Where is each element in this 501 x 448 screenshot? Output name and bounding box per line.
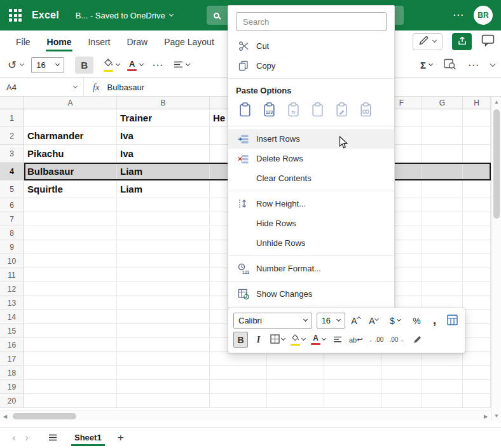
cell-A8[interactable] [24,226,117,240]
paste-link-icon[interactable] [357,100,375,119]
cell-G8[interactable] [422,226,463,240]
font-size-select[interactable]: 16 [31,57,64,73]
cell-H9[interactable] [463,240,491,254]
row-header-20[interactable]: 20 [0,394,24,408]
autosum-button[interactable]: Σ [420,60,432,71]
scroll-down-icon[interactable]: ▼ [491,411,501,421]
row-header-13[interactable]: 13 [0,296,24,310]
next-sheet-icon[interactable]: › [20,431,33,444]
mini-bold-button[interactable]: B [233,332,248,348]
paste-icon[interactable] [236,100,254,119]
cell-B18[interactable] [117,366,210,380]
cell-C20[interactable] [210,394,267,408]
cell-A17[interactable] [24,352,117,366]
fill-color-button[interactable] [104,58,120,72]
topbar-more-options-icon[interactable]: ⋯ [453,8,464,22]
cell-A9[interactable] [24,240,117,254]
row-header-12[interactable]: 12 [0,282,24,296]
row-header-7[interactable]: 7 [0,212,24,226]
cell-A15[interactable] [24,324,117,338]
paste-values-icon[interactable]: 123 [260,100,278,119]
cell-G18[interactable] [422,366,463,380]
cell-G19[interactable] [422,380,463,394]
scroll-left-icon[interactable]: ◀ [0,411,10,421]
formula-input[interactable]: Bulbasaur [107,83,144,92]
row-header-1[interactable]: 1 [0,109,24,127]
cell-B15[interactable] [117,324,210,338]
row-header-8[interactable]: 8 [0,226,24,240]
cell-G11[interactable] [422,268,463,282]
menu-item-delete-rows[interactable]: Delete Rows [228,149,394,168]
sheet-tab-sheet1[interactable]: Sheet1 [71,430,105,446]
row-header-5[interactable]: 5 [0,180,24,198]
toolbar-more-button[interactable]: ⋯ [152,58,163,72]
cell-G2[interactable] [422,127,463,145]
share-button[interactable] [452,33,472,50]
prev-sheet-icon[interactable]: ‹ [8,431,20,444]
cell-B4[interactable]: Liam [117,163,210,180]
cell-G12[interactable] [422,282,463,296]
cell-A3[interactable]: Pikachu [24,145,117,163]
cell-G9[interactable] [422,240,463,254]
cell-G3[interactable] [422,145,463,163]
cell-A2[interactable]: Charmander [24,127,117,145]
mini-align-button[interactable] [330,332,345,348]
menu-item-cut[interactable]: Cut [228,36,394,56]
menu-item-hide-rows[interactable]: Hide Rows [228,214,394,233]
avatar[interactable]: BR [474,6,493,25]
vertical-scroll-thumb[interactable] [493,109,500,219]
row-header-14[interactable]: 14 [0,310,24,324]
comments-button[interactable] [481,34,495,49]
cell-H15[interactable] [463,324,491,338]
cell-H16[interactable] [463,338,491,352]
borders-button[interactable] [269,332,286,348]
font-color-button[interactable]: A [127,60,143,71]
cell-H10[interactable] [463,254,491,268]
cell-B5[interactable]: Liam [117,180,210,198]
cell-G6[interactable] [422,198,463,212]
menu-item-show-changes[interactable]: Show Changes [228,284,394,304]
all-sheets-button[interactable] [48,432,57,444]
paste-formatting-icon[interactable] [333,100,351,119]
menu-item-number-format[interactable]: 123Number Format... [228,259,394,278]
cell-H8[interactable] [463,226,491,240]
cell-A11[interactable] [24,268,117,282]
cell-H14[interactable] [463,310,491,324]
cell-A20[interactable] [24,394,117,408]
row-header-9[interactable]: 9 [0,240,24,254]
cell-A18[interactable] [24,366,117,380]
decrease-decimal-button[interactable]: .00→ [388,332,406,348]
cell-H19[interactable] [463,380,491,394]
mini-fill-color-button[interactable] [289,332,306,348]
col-header-A[interactable]: A [24,97,117,109]
cell-H7[interactable] [463,212,491,226]
menu-item-copy[interactable]: Copy [228,56,394,76]
grow-font-button[interactable]: A [348,313,363,329]
row-header-19[interactable]: 19 [0,380,24,394]
cell-H12[interactable] [463,282,491,296]
collapse-ribbon-icon[interactable] [490,61,495,66]
scroll-up-icon[interactable]: ▲ [491,97,501,107]
cell-B19[interactable] [117,380,210,394]
row-header-17[interactable]: 17 [0,352,24,366]
cell-B20[interactable] [117,394,210,408]
cell-H18[interactable] [463,366,491,380]
menu-item-clear-contents[interactable]: Clear Contents [228,168,394,188]
cell-A10[interactable] [24,254,117,268]
document-title[interactable]: B... - Saved to OneDrive [76,11,173,20]
add-sheet-button[interactable]: + [118,431,124,444]
row-header-11[interactable]: 11 [0,268,24,282]
cell-H3[interactable] [463,145,491,163]
cell-B6[interactable] [117,198,210,212]
cell-H20[interactable] [463,394,491,408]
cell-G1[interactable] [422,109,463,127]
cell-G20[interactable] [422,394,463,408]
cell-C18[interactable] [210,366,267,380]
cell-A12[interactable] [24,282,117,296]
cell-B8[interactable] [117,226,210,240]
row-header-6[interactable]: 6 [0,198,24,212]
mini-font-color-button[interactable]: A [310,332,327,348]
cell-D18[interactable] [267,366,324,380]
paste-keep-formatting-icon[interactable] [308,100,327,119]
row-header-2[interactable]: 2 [0,127,24,145]
